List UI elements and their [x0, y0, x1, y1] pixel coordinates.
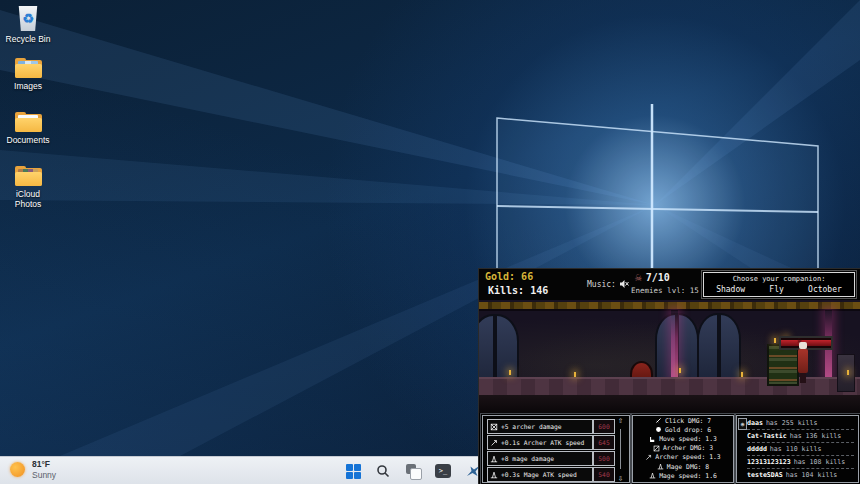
sword-icon — [655, 417, 662, 424]
start-button[interactable] — [344, 462, 362, 480]
upgrade-label: +8 mage damage — [501, 455, 554, 462]
music-muted-icon — [619, 279, 629, 289]
skull-icon: ☠ — [635, 271, 642, 284]
game-scene[interactable]: ☠ — [479, 300, 860, 413]
upgrade-mage-damage-button[interactable]: +8 mage damage — [487, 451, 593, 466]
candle-flame — [741, 372, 743, 377]
upgrade-price: 500 — [593, 451, 615, 466]
companion-title: Choose your companion: — [704, 275, 854, 283]
screen: ♻ Recycle Bin Images Documents iCloud Ph… — [0, 0, 860, 484]
arrow-icon — [490, 439, 498, 447]
game-window: Gold: 66 Kills: 146 Music: ☠ 7/10 Enemie… — [478, 268, 860, 484]
bow-icon — [653, 445, 660, 452]
candle-flame — [509, 370, 511, 375]
leaderboard-panel: ◉ daashas 255 kills Cat-Tastichas 136 ki… — [736, 415, 859, 483]
stat-move-speed: Move speed: 1.3 — [633, 435, 733, 444]
bow-icon — [490, 423, 498, 431]
companion-option-shadow[interactable]: Shadow — [716, 285, 745, 294]
upgrade-mage-speed-button[interactable]: +0.3s Mage ATK speed — [487, 467, 593, 482]
windows-logo-icon — [346, 464, 361, 479]
desktop-icon-documents[interactable]: Documents — [0, 112, 60, 145]
upgrade-label: +0.1s Archer ATK speed — [501, 439, 584, 446]
desktop-icon-icloud-photos[interactable]: iCloud Photos — [2, 166, 54, 209]
music-label: Music: — [587, 280, 616, 289]
kills-counter: Kills: 146 — [488, 285, 548, 296]
arrow-icon — [645, 454, 652, 461]
desktop-icon-label: Images — [0, 81, 60, 91]
music-toggle[interactable]: Music: — [587, 279, 629, 289]
stone-pedestal — [837, 354, 855, 392]
upgrades-panel: +5 archer damage 600 +0.1s Archer ATK sp… — [482, 415, 630, 483]
upgrade-price: 600 — [593, 419, 615, 434]
leaderboard-row: 12313123123has 108 kills — [747, 456, 854, 469]
mage-hat-icon — [490, 455, 498, 463]
task-view-button[interactable] — [404, 462, 422, 480]
search-icon — [376, 464, 390, 478]
folder-documents-icon — [15, 112, 42, 132]
ceiling-beam — [479, 302, 860, 311]
game-header: Gold: 66 Kills: 146 Music: ☠ 7/10 Enemie… — [479, 269, 860, 300]
desktop-icon-label: Documents — [0, 135, 60, 145]
candle-flame — [574, 372, 576, 377]
coin-icon — [655, 426, 662, 433]
leaderboard-row: testeSDAShas 104 kills — [747, 469, 854, 481]
desktop-icon-images[interactable]: Images — [0, 58, 60, 91]
upgrade-price: 540 — [593, 467, 615, 482]
stat-gold-drop: Gold drop: 6 — [633, 425, 733, 434]
terminal-icon: >_ — [435, 464, 451, 478]
upgrade-label: +5 archer damage — [501, 423, 562, 430]
desktop-icon-label: iCloud Photos — [2, 189, 54, 209]
upgrade-label: +0.3s Mage ATK speed — [501, 471, 577, 478]
leaderboard-badge-icon: ◉ — [738, 418, 747, 430]
weather-widget[interactable]: 81°F Sunny — [10, 459, 56, 480]
stats-panel: Click DMG: 7 Gold drop: 6 Move speed: 1.… — [632, 415, 734, 483]
stat-click-dmg: Click DMG: 7 — [633, 416, 733, 425]
mage-hat-icon — [649, 472, 656, 479]
recycle-bin-icon: ♻ — [18, 6, 39, 31]
folder-images-icon — [15, 58, 42, 78]
scroll-up-icon[interactable]: ⇧ — [615, 415, 626, 425]
upgrade-price: 645 — [593, 435, 615, 450]
weather-temperature: 81°F — [32, 459, 56, 470]
upgrade-archer-damage-button[interactable]: +5 archer damage — [487, 419, 593, 434]
player-character — [797, 342, 809, 384]
mage-hat-icon — [490, 471, 498, 479]
enemies-level: Enemies lvl: 15 — [631, 286, 699, 295]
wave-value: 7/10 — [646, 272, 670, 283]
game-bottom-panels: +5 archer damage 600 +0.1s Archer ATK sp… — [479, 413, 860, 484]
folder-icloud-photos-icon — [15, 166, 42, 186]
mage-hat-icon — [657, 463, 664, 470]
search-button[interactable] — [374, 462, 392, 480]
upgrades-scrollbar[interactable]: ⇧ ⇩ — [615, 417, 626, 481]
candle-flame — [774, 338, 776, 343]
terminal-button[interactable]: >_ — [434, 462, 452, 480]
weather-condition: Sunny — [32, 470, 56, 480]
wave-counter: ☠ 7/10 — [635, 271, 670, 284]
companion-option-october[interactable]: October — [808, 285, 842, 294]
glowing-pillar — [671, 310, 678, 379]
candle-flame — [679, 368, 681, 373]
companion-selector: Choose your companion: Shadow Fly Octobe… — [703, 272, 855, 297]
gold-counter: Gold: 66 — [485, 271, 533, 282]
bookshelf — [767, 344, 799, 386]
sun-icon — [10, 462, 25, 477]
upgrade-archer-speed-button[interactable]: +0.1s Archer ATK speed — [487, 435, 593, 450]
stat-mage-dmg: Mage DMG: 8 — [633, 462, 733, 471]
boot-icon — [649, 436, 656, 443]
desktop-icon-label: Recycle Bin — [0, 34, 60, 44]
stat-mage-speed: Mage speed: 1.6 — [633, 471, 733, 480]
candle-flame — [847, 370, 849, 375]
desktop-icon-recycle-bin[interactable]: ♻ Recycle Bin — [0, 6, 60, 44]
leaderboard-row: Cat-Tastichas 136 kills — [747, 430, 854, 443]
leaderboard-row: daashas 255 kills — [747, 417, 854, 430]
stat-archer-dmg: Archer DMG: 3 — [633, 444, 733, 453]
companion-option-fly[interactable]: Fly — [769, 285, 783, 294]
scroll-down-icon[interactable]: ⇩ — [615, 473, 626, 483]
leaderboard-row: dddddhas 110 kills — [747, 443, 854, 456]
stat-archer-speed: Archer speed: 1.3 — [633, 453, 733, 462]
